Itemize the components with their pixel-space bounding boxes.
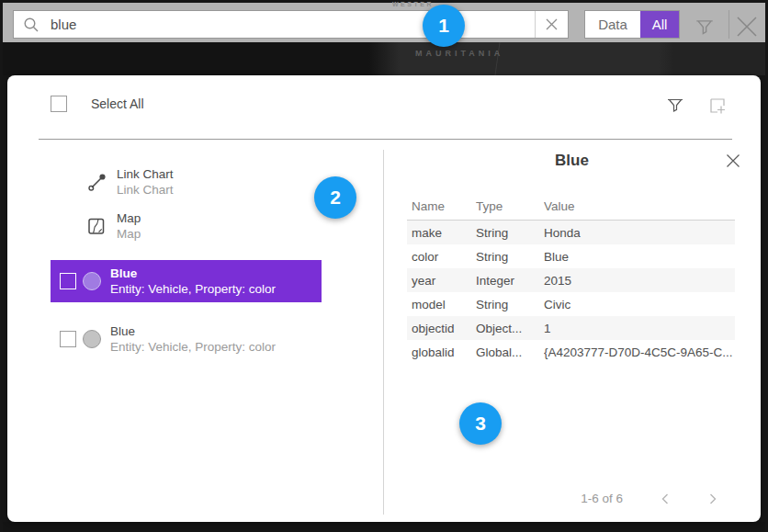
result-item-link-chart[interactable]: Link Chart Link Chart — [87, 164, 352, 200]
search-scope-toggle: Data All — [584, 10, 680, 39]
callout-1: 1 — [423, 5, 465, 47]
search-results-panel: Select All Link Chart Link Chart Map — [7, 75, 761, 522]
table-row: year Integer 2015 — [407, 268, 735, 292]
table-row: model String Civic — [407, 292, 735, 316]
cell-type: Object... — [476, 322, 544, 335]
close-icon[interactable] — [726, 153, 742, 170]
select-all-label: Select All — [91, 96, 144, 111]
result-subtitle: Entity: Vehicle, Property: color — [110, 281, 276, 297]
result-item-blue-selected[interactable]: Blue Entity: Vehicle, Property: color — [51, 260, 322, 302]
cell-value: {A4203777-D70D-4C5C-9A65-C... — [544, 345, 735, 359]
cell-name: globalid — [407, 345, 476, 359]
search-toolbar: Data All — [3, 3, 765, 42]
cell-value: Honda — [544, 226, 735, 240]
cell-type: Integer — [476, 274, 544, 288]
table-row: make String Honda — [407, 221, 735, 244]
callout-2: 2 — [314, 176, 356, 219]
entity-circle-icon — [83, 330, 101, 348]
search-box[interactable] — [13, 10, 569, 39]
result-checkbox[interactable] — [60, 331, 76, 347]
chevron-left-icon[interactable] — [660, 492, 671, 505]
column-header-value: Value — [544, 199, 735, 213]
clear-search-button[interactable] — [535, 11, 568, 38]
select-all-row: Select All — [51, 96, 144, 112]
cell-name: model — [407, 298, 476, 311]
cell-type: String — [476, 226, 544, 240]
column-header-type: Type — [476, 199, 544, 213]
map-label-western-sahara: WESTER — [392, 1, 434, 7]
map-bottom-strip — [3, 522, 765, 532]
detail-title: Blue — [383, 152, 761, 170]
result-subtitle: Map — [117, 226, 141, 242]
result-subtitle: Entity: Vehicle, Property: color — [110, 339, 276, 355]
result-item-map[interactable]: Map Map — [87, 208, 352, 244]
entity-circle-icon — [83, 272, 101, 290]
pagination: 1-6 of 6 — [581, 492, 718, 505]
cell-value: Civic — [544, 298, 735, 311]
cell-value: 2015 — [544, 274, 735, 288]
map-icon — [87, 217, 107, 235]
callout-3: 3 — [459, 402, 502, 445]
search-icon — [23, 17, 40, 33]
result-checkbox[interactable] — [60, 273, 76, 289]
map-background — [3, 42, 765, 75]
cell-value: Blue — [544, 250, 735, 264]
select-all-checkbox[interactable] — [51, 96, 67, 112]
cell-name: objectid — [407, 322, 476, 335]
result-title: Link Chart — [117, 166, 174, 182]
map-label-mauritania: MAURITANIA — [415, 49, 503, 58]
link-chart-icon — [87, 172, 107, 192]
result-subtitle: Link Chart — [117, 182, 174, 198]
funnel-icon[interactable] — [694, 17, 716, 39]
cell-value: 1 — [544, 322, 735, 335]
scope-all-button[interactable]: All — [640, 11, 679, 38]
table-header-row: Name Type Value — [407, 193, 735, 221]
results-list: Link Chart Link Chart Map Map Blue Entit… — [39, 152, 352, 360]
table-row: objectid Object... 1 — [407, 316, 735, 340]
table-row: globalid Global... {A4203777-D70D-4C5C-9… — [407, 340, 735, 364]
cell-type: Global... — [476, 345, 544, 359]
result-item-blue[interactable]: Blue Entity: Vehicle, Property: color — [51, 318, 322, 360]
detail-panel: Blue Name Type Value make String Honda c… — [383, 75, 761, 522]
attributes-table: Name Type Value make String Honda color … — [407, 193, 735, 364]
cell-type: String — [476, 250, 544, 264]
cell-type: String — [476, 298, 544, 311]
scope-data-button[interactable]: Data — [585, 11, 640, 38]
table-row: color String Blue — [407, 244, 735, 268]
cell-name: make — [407, 226, 476, 240]
toolbar-divider — [728, 10, 729, 39]
close-search-button[interactable] — [734, 14, 760, 40]
result-title: Map — [117, 210, 141, 226]
cell-name: year — [407, 274, 476, 288]
pagination-label: 1-6 of 6 — [581, 492, 623, 505]
cell-name: color — [407, 250, 476, 264]
chevron-right-icon[interactable] — [707, 492, 718, 505]
result-title: Blue — [110, 266, 276, 281]
result-title: Blue — [110, 323, 276, 339]
column-header-name: Name — [407, 199, 476, 213]
